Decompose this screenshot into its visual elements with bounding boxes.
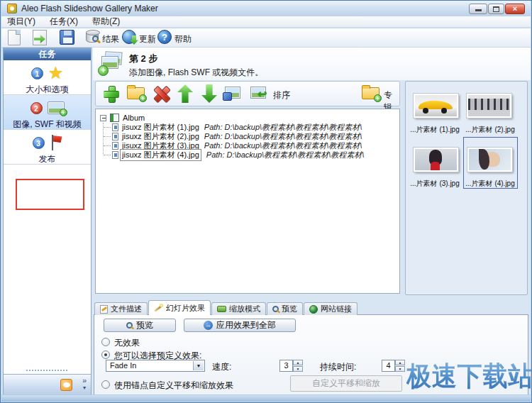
help-button[interactable]: 帮助 [174, 33, 192, 45]
tab-file-description[interactable]: 文件描述 [94, 302, 148, 315]
step-subtitle: 添加图像, Flash SWF 或视频文件。 [129, 67, 263, 79]
menu-help[interactable]: 帮助(Z) [92, 16, 120, 28]
radio-custom-label: 使用锚点自定义平移和缩放效果 [114, 380, 233, 392]
tree-root-album[interactable]: Album [100, 113, 145, 123]
main-toolbar: 结果 更新 ? 帮助 [1, 28, 531, 48]
thumbnail-image-woman [415, 149, 457, 170]
thumbnail-image-building [468, 95, 510, 116]
sidebar-item-images-swf-video[interactable]: 2 + 图像, SWF 和视频 [4, 95, 91, 130]
update-icon[interactable] [122, 30, 136, 44]
spin-down-icon[interactable]: ▼ [395, 366, 405, 372]
effect-selected-value: Fade In [110, 361, 136, 370]
spin-up-icon[interactable]: ▲ [395, 360, 405, 365]
file-icon [112, 151, 118, 159]
thumbnail-1[interactable] [414, 94, 458, 118]
tutorial-highlight-rectangle [16, 179, 84, 210]
tab-label: 网站链接 [321, 304, 352, 314]
new-project-icon[interactable] [8, 30, 21, 45]
custom-pan-zoom-button[interactable]: 自定义平移和缩放 [290, 375, 402, 392]
speed-input[interactable]: 3 [279, 360, 293, 372]
sidebar-footer: » ▾ [4, 374, 91, 395]
delete-file-icon[interactable] [153, 85, 170, 102]
thumbnail-2[interactable] [467, 94, 511, 118]
thumbnail-label: ...片素材 (4).jpg [464, 179, 516, 189]
thumbnail-3[interactable] [414, 148, 458, 172]
thumbnail-label: ...片素材 (3).jpg [409, 179, 461, 189]
radio-custom-pan-zoom[interactable] [101, 380, 110, 389]
maximize-button[interactable] [488, 4, 504, 14]
speed-label: 速度: [212, 361, 231, 373]
plus-badge-icon: + [139, 94, 147, 102]
sidebar-item-publish[interactable]: 3 发布 [4, 130, 91, 165]
file-actions-toolbar: + ↩ 排序 + 专辑 [95, 81, 400, 106]
step3-number-icon: 3 [33, 137, 45, 149]
tab-label: 文件描述 [111, 304, 142, 314]
tasks-pane-icon[interactable] [60, 379, 72, 391]
file-icon [112, 133, 118, 140]
publish-icon[interactable] [33, 30, 47, 45]
results-icon[interactable] [86, 31, 99, 43]
sidebar-item-size-options[interactable]: 1 ★ 大小和选项 [4, 60, 91, 95]
apply-all-label: 应用效果到全部 [216, 319, 276, 331]
apply-arrow-icon: → [204, 321, 213, 330]
thumbnail-4-selected[interactable] [467, 148, 512, 172]
photo-icon: + [48, 101, 65, 114]
dropdown-arrow-icon[interactable]: ▼ [193, 361, 204, 370]
tree-item-4-selected[interactable]: jisuxz 图片素材 (4).jpg Path: D:\backup\教程素材… [96, 150, 364, 160]
help-icon[interactable]: ? [157, 30, 172, 44]
step1-number-icon: 1 [31, 67, 43, 79]
thumbnail-label: ...片素材 (2).jpg [464, 125, 516, 135]
zoom-mode-icon [217, 306, 226, 312]
spin-up-icon[interactable]: ▲ [293, 360, 303, 365]
menu-project[interactable]: 项目(Y) [7, 16, 35, 28]
update-button[interactable]: 更新 [139, 33, 156, 45]
plus-badge-icon: + [60, 109, 67, 116]
thumbnail-image-portrait [469, 149, 511, 170]
album-folder-icon[interactable]: + [362, 87, 379, 100]
close-button[interactable]: × [505, 4, 525, 14]
speed-stepper[interactable]: ▲ ▼ [293, 360, 303, 372]
sidebar-splitter[interactable] [4, 368, 91, 373]
watermark-text: 极速下载站 [406, 358, 532, 394]
apply-all-button[interactable]: → 应用效果到全部 [184, 319, 296, 332]
document-edit-icon [100, 305, 108, 314]
edit-image-icon[interactable] [225, 87, 240, 99]
duration-input[interactable]: 4 [382, 360, 395, 372]
move-down-icon[interactable] [201, 84, 217, 103]
album-icon [110, 114, 119, 122]
menu-task[interactable]: 任务(X) [50, 16, 78, 28]
results-button[interactable]: 结果 [102, 33, 119, 45]
tab-slide-effects[interactable]: 幻灯片效果 [148, 300, 211, 315]
duration-stepper[interactable]: ▲ ▼ [395, 360, 405, 372]
preview-button-label: 预览 [136, 319, 153, 331]
tab-preview[interactable]: 预览 [267, 302, 303, 315]
plus-icon: + [98, 65, 109, 76]
move-up-icon[interactable] [177, 84, 193, 103]
file-name: jisuxz 图片素材 (4).jpg [120, 149, 201, 161]
file-path: Path: D:\backup\教程素材\教程素材\教程素材\ [206, 150, 365, 160]
sidebar-item-label: 发布 [4, 153, 91, 165]
preview-button[interactable]: 预览 [104, 319, 176, 332]
effect-select[interactable]: Fade In ▼ [106, 360, 205, 372]
tab-website-link[interactable]: 网站链接 [304, 302, 358, 315]
tree-expander-icon[interactable] [100, 115, 106, 121]
pane-options-chevron[interactable]: » ▾ [82, 377, 87, 391]
maximize-icon [493, 6, 499, 12]
minimize-button[interactable] [469, 4, 487, 14]
spin-down-icon[interactable]: ▼ [293, 366, 303, 372]
tab-label: 幻灯片效果 [166, 303, 205, 314]
save-icon[interactable] [60, 30, 74, 45]
sort-button[interactable]: 排序 [273, 89, 290, 101]
radio-predefined-effect[interactable] [101, 350, 110, 359]
thumbnail-label: ...片素材 (1).jpg [409, 125, 461, 135]
magnifier-icon [92, 35, 99, 42]
tab-zoom-mode[interactable]: 缩放模式 [211, 302, 266, 315]
step2-number-icon: 2 [31, 102, 43, 114]
add-file-icon[interactable] [103, 85, 120, 102]
add-folder-icon[interactable]: + [127, 87, 145, 100]
window-bottom-frame [1, 394, 531, 402]
tab-label: 预览 [282, 304, 297, 314]
radio-no-effect[interactable] [101, 338, 110, 346]
magic-wand-icon [154, 304, 163, 313]
menu-bar: 项目(Y) 任务(X) 帮助(Z) [1, 16, 531, 28]
